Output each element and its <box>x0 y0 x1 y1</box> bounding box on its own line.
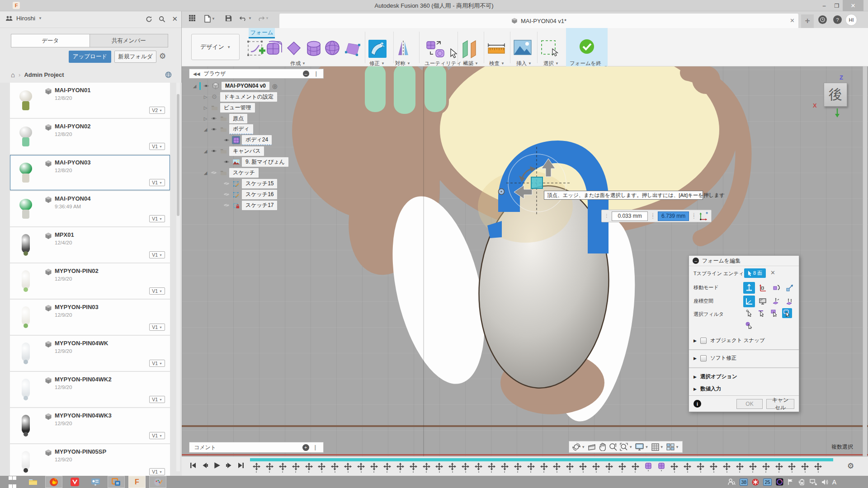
tspline-selection-chip[interactable]: 8 面 <box>744 268 766 278</box>
visibility-eye-icon[interactable] <box>210 116 217 121</box>
taskbar-start-icon[interactable] <box>4 476 21 488</box>
step-forward-icon[interactable] <box>226 462 232 469</box>
step-back-icon[interactable] <box>202 462 208 469</box>
dimension-input-1[interactable]: 0.033 mm <box>612 211 648 221</box>
group-select[interactable]: 選択▼ <box>543 60 559 67</box>
version-badge[interactable]: V1▼ <box>149 251 165 258</box>
expand-icon[interactable]: ▶ <box>693 387 697 391</box>
timeline-feature-move[interactable] <box>446 462 459 473</box>
caret-open-icon[interactable]: ◢ <box>203 149 208 154</box>
job-status-icon[interactable] <box>818 15 827 24</box>
browser-node[interactable]: スケッチ15 <box>189 178 338 189</box>
create-form-icon[interactable] <box>246 39 266 61</box>
timeline-feature-move[interactable] <box>576 462 590 473</box>
go-to-start-icon[interactable] <box>190 462 196 469</box>
browser-node-label[interactable]: 原点 <box>229 114 247 123</box>
hub-selector[interactable]: Hiroshi ▼ <box>5 15 42 22</box>
project-item[interactable]: MYPYON-PIN04WK2 12/9/20 V1▼ <box>10 372 170 407</box>
section-object-snap[interactable]: ▶ オブジェクト スナップ <box>693 337 765 344</box>
coord-space-normal-button[interactable] <box>784 296 796 307</box>
filter-tspline-body-button[interactable] <box>744 320 754 330</box>
taskbar-firefox-icon[interactable] <box>45 476 62 488</box>
edit-form-icon[interactable] <box>368 40 387 60</box>
browser-node[interactable]: ◢ボディ <box>189 124 338 135</box>
document-tab-close-icon[interactable]: ✕ <box>790 17 795 24</box>
filter-face-button[interactable] <box>769 308 779 318</box>
construct-icon[interactable] <box>461 40 478 61</box>
visibility-eye-icon[interactable] <box>210 149 217 153</box>
browser-node[interactable]: ボディ24 <box>189 135 338 145</box>
timeline-feature-move[interactable] <box>276 462 289 473</box>
browser-node[interactable]: スケッチ17 <box>189 200 338 211</box>
timeline-feature-move[interactable] <box>746 462 760 473</box>
timeline-feature-move[interactable] <box>263 462 276 473</box>
timeline-feature-move[interactable] <box>786 462 799 473</box>
zoom-icon[interactable] <box>609 443 617 451</box>
version-badge[interactable]: V1▼ <box>149 143 165 150</box>
browser-node[interactable]: ◢キャンバス <box>189 145 338 156</box>
browser-panel-header[interactable]: ◀◀ ブラウザ – ▕▏ <box>189 69 324 79</box>
filter-body-button[interactable] <box>782 308 792 318</box>
project-item[interactable]: MYPYON-PIN05SP 12/9/20 V1▼ <box>10 444 170 476</box>
timeline-feature-move[interactable] <box>381 462 394 473</box>
maximize-button[interactable]: ❐ <box>831 0 843 11</box>
version-badge[interactable]: V1▼ <box>149 360 165 367</box>
timeline-feature-move[interactable] <box>563 462 576 473</box>
timeline-feature-move[interactable] <box>315 462 328 473</box>
timeline-feature-move[interactable] <box>354 462 368 473</box>
timeline-feature-move[interactable] <box>433 462 446 473</box>
avatar[interactable]: HI <box>845 14 857 26</box>
select-icon[interactable] <box>541 40 560 60</box>
data-panel-scrollbar[interactable] <box>176 83 180 471</box>
timeline-feature-move[interactable] <box>485 462 498 473</box>
red-asterisk-icon[interactable] <box>752 479 759 486</box>
visibility-eye-icon[interactable] <box>210 170 217 175</box>
filter-vertex-button[interactable] <box>744 308 754 318</box>
browser-node[interactable]: ◢スケッチ <box>189 167 338 178</box>
timeline-feature-move[interactable] <box>760 462 773 473</box>
section-selection-options[interactable]: ▶ 選択オプション <box>693 373 737 380</box>
taskbar-vivaldi-icon[interactable] <box>66 476 83 488</box>
timeline-feature-move[interactable] <box>368 462 381 473</box>
project-item[interactable]: MYPYON-PIN04WK3 12/9/20 V1▼ <box>10 408 170 443</box>
browser-node[interactable]: スケッチ16 <box>189 189 338 200</box>
dark-app-icon[interactable] <box>776 478 783 486</box>
timeline-feature-move[interactable] <box>394 462 407 473</box>
taskbar-fusion360-icon[interactable]: F <box>128 476 146 488</box>
timeline-feature-move[interactable] <box>773 462 786 473</box>
timeline-feature-move[interactable] <box>733 462 746 473</box>
version-badge[interactable]: V1▼ <box>149 324 165 331</box>
new-folder-button[interactable]: 新規フォルダ <box>114 51 156 63</box>
taskbar-explorer-icon[interactable] <box>24 476 42 488</box>
tray-badge-25[interactable]: 25 <box>763 479 771 486</box>
taskbar-notes-icon[interactable] <box>87 476 104 488</box>
timeline-settings-gear-icon[interactable]: ⚙ <box>847 461 854 471</box>
timeline-feature-move[interactable] <box>341 462 354 473</box>
mirror-icon[interactable] <box>396 41 411 58</box>
drag-grip-icon[interactable]: ⋮ <box>604 215 609 217</box>
version-badge[interactable]: V1▼ <box>149 432 165 439</box>
search-icon[interactable] <box>159 16 165 23</box>
version-badge[interactable]: V1▼ <box>149 396 165 403</box>
more-options-icon[interactable]: ⋮⋮ <box>692 214 696 218</box>
group-modify[interactable]: 修正▼ <box>369 60 385 67</box>
canvas-scrollbar[interactable] <box>863 66 867 456</box>
coord-space-world-button[interactable] <box>743 296 755 307</box>
filter-edge-button[interactable] <box>757 308 767 318</box>
minimize-panel-icon[interactable]: – <box>303 70 309 77</box>
fit-icon[interactable]: ▼ <box>620 443 632 451</box>
measure-icon[interactable] <box>487 42 505 57</box>
timeline-feature-move[interactable] <box>603 462 616 473</box>
form-plane-icon[interactable] <box>286 42 302 58</box>
timeline-feature-move[interactable] <box>407 462 420 473</box>
project-item[interactable]: MAI-PYON02 12/8/20 V1▼ <box>10 119 170 154</box>
move-mode-translate-button[interactable] <box>743 282 755 294</box>
browser-node[interactable]: ▷⚙ドキュメントの設定 <box>189 91 338 102</box>
add-comment-icon[interactable]: + <box>302 444 309 451</box>
minimize-button[interactable]: – <box>818 0 830 11</box>
visibility-eye-icon[interactable] <box>223 203 230 207</box>
viewport-canvas[interactable]: ◀◀ ブラウザ – ▕▏ ◢MAI-PYON04 v0◎▷⚙ドキュメントの設定▷… <box>182 66 868 456</box>
cancel-button[interactable]: キャンセル <box>766 399 794 409</box>
group-symmetry[interactable]: 対称▼ <box>395 60 410 67</box>
browser-node-label[interactable]: 9. 新マイぴょん <box>242 157 288 167</box>
